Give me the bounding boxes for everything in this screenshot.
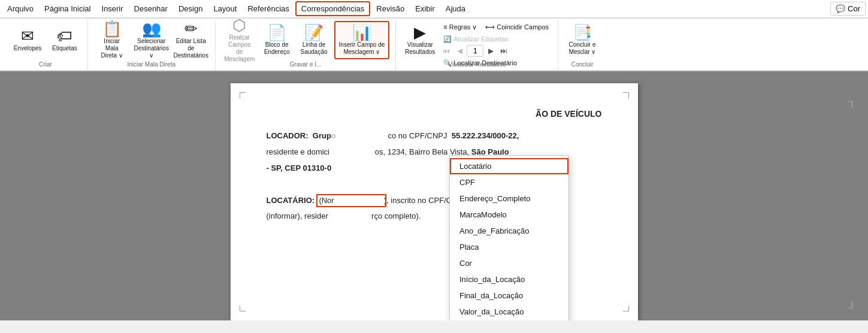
- linha-saudacao-button[interactable]: 📝 Linha deSaudação: [297, 21, 332, 59]
- visualizar-mid-row: 🔄 Atualizar Etiquetas: [440, 33, 552, 45]
- menu-arquivo[interactable]: Arquivo: [2, 2, 38, 15]
- ribbon-group-gravar: ⬡ Realçar Camposde Mesclagem 📄 Bloco deE…: [216, 21, 397, 70]
- etiquetas-icon: 🏷: [57, 28, 72, 44]
- ribbon-group-iniciar-content: 📋 Iniciar MalaDireta ∨ 👥 SelecionarDesti…: [94, 21, 209, 59]
- bloco-endereco-button[interactable]: 📄 Bloco deEndereço: [260, 21, 294, 59]
- bloco-icon: 📄: [267, 25, 286, 40]
- ribbon-group-visualizar: ▶ VisualizarResultados ≡ Regras ∨ ⟷ Coin…: [396, 21, 558, 70]
- visualizar-icon: ▶: [414, 25, 426, 40]
- menu-pagina-inicial[interactable]: Página Inicial: [40, 2, 95, 15]
- menu-revisao[interactable]: Revisão: [371, 2, 409, 15]
- dropdown-item-cpf[interactable]: CPF: [450, 174, 568, 190]
- visualizar-right-stack: ≡ Regras ∨ ⟷ Coincidir Campos 🔄 Atualiza…: [440, 21, 552, 59]
- dropdown-item-marcamodelo[interactable]: MarcaModelo: [450, 207, 568, 223]
- nav-next-button[interactable]: ▶: [485, 45, 497, 57]
- visualizar-resultados-button[interactable]: ▶ VisualizarResultados: [402, 21, 438, 59]
- doc-title-line: ÃO DE VEÍCULO: [267, 107, 602, 120]
- iniciar-group-label: Iniciar Mala Direta: [94, 61, 209, 68]
- coincidir-campos-button[interactable]: ⟷ Coincidir Campos: [482, 21, 552, 33]
- regras-button[interactable]: ≡ Regras ∨: [440, 21, 480, 33]
- dropdown-item-cor[interactable]: Cor: [450, 255, 568, 271]
- menu-ajuda[interactable]: Ajuda: [441, 2, 470, 15]
- corner-tr: [623, 92, 629, 98]
- page-nav-row: ⏮ ◀ ▶ ⏭: [440, 45, 552, 57]
- visualizar-label: VisualizarResultados: [405, 41, 435, 56]
- menu-layout[interactable]: Layout: [208, 2, 241, 15]
- atualizar-label: Atualizar Etiquetas: [453, 35, 509, 43]
- envelope-icon: ✉: [21, 28, 34, 44]
- nav-first-button[interactable]: ⏮: [440, 45, 452, 57]
- etiquetas-button[interactable]: 🏷 Etiquetas: [48, 21, 81, 59]
- right-margin-mark-bottom: ┘: [848, 302, 856, 314]
- menu-desenhar[interactable]: Desenhar: [129, 2, 173, 15]
- doc-line-1: LOCADOR: Grupo co no CPF/CNPJ 55.222.234…: [267, 130, 602, 143]
- menu-exibir[interactable]: Exibir: [410, 2, 440, 15]
- dropdown-item-inicio[interactable]: Início_da_Locação: [450, 271, 568, 287]
- concluir-label: Concluir eMesclar ∨: [569, 41, 596, 56]
- dropdown-item-final[interactable]: Final_da_Locação: [450, 287, 568, 304]
- dropdown-item-ano[interactable]: Ano_de_Fabricação: [450, 223, 568, 239]
- regras-icon: ≡: [443, 23, 447, 31]
- editar-label: Editar Lista deDestinatários: [174, 38, 208, 59]
- selecionar-icon: 👥: [142, 21, 161, 37]
- linha-icon: 📝: [304, 25, 323, 40]
- menu-bar: Arquivo Página Inicial Inserir Desenhar …: [0, 0, 868, 18]
- ribbon-group-concluir: 📑 Concluir eMesclar ∨ Concluir: [558, 21, 606, 70]
- editar-icon: ✏: [185, 21, 198, 37]
- corner-br: [623, 305, 629, 311]
- cor-button[interactable]: 💬 Cor: [830, 2, 866, 16]
- selecionar-label: SelecionarDestinatários ∨: [134, 38, 169, 59]
- ribbon-group-criar: ✉ Envelopes 🏷 Etiquetas Criar: [4, 21, 88, 70]
- realcar-campos-button[interactable]: ⬡ Realçar Camposde Mesclagem: [222, 21, 258, 59]
- ribbon-group-concluir-content: 📑 Concluir eMesclar ∨: [564, 21, 600, 59]
- dropdown-item-valor[interactable]: Valor_da_Locação: [450, 304, 568, 320]
- ribbon-group-iniciar: 📋 Iniciar MalaDireta ∨ 👥 SelecionarDesti…: [88, 21, 216, 70]
- concluir-icon: 📑: [573, 25, 592, 40]
- concluir-group-label: Concluir: [564, 61, 600, 68]
- inserir-label: Inserir Campo deMesclagem ∨: [339, 41, 385, 56]
- concluir-mesclar-button[interactable]: 📑 Concluir eMesclar ∨: [564, 21, 600, 59]
- inserir-campo-button[interactable]: 📊 Inserir Campo deMesclagem ∨: [334, 21, 390, 59]
- realcar-icon: ⬡: [232, 17, 246, 33]
- nav-last-button[interactable]: ⏭: [498, 45, 510, 57]
- menu-correspondencias[interactable]: Correspondências: [295, 1, 371, 16]
- menu-inserir[interactable]: Inserir: [96, 2, 128, 15]
- corner-tl: [240, 92, 246, 98]
- etiquetas-label: Etiquetas: [52, 45, 77, 52]
- atualizar-icon: 🔄: [443, 35, 452, 43]
- cor-label: Cor: [848, 4, 860, 13]
- ribbon: ✉ Envelopes 🏷 Etiquetas Criar 📋 Iniciar …: [0, 19, 868, 71]
- coincidir-icon: ⟷: [485, 23, 495, 31]
- dropdown-item-forma[interactable]: Forma_de_Pagamento: [450, 320, 568, 320]
- dropdown-item-endereco[interactable]: Endereço_Completo: [450, 190, 568, 207]
- iniciar-mala-icon: 📋: [102, 21, 122, 37]
- regras-label: Regras ∨: [449, 23, 477, 31]
- ribbon-group-criar-content: ✉ Envelopes 🏷 Etiquetas: [10, 21, 81, 59]
- menu-design[interactable]: Design: [174, 2, 207, 15]
- realcar-label: Realçar Camposde Mesclagem: [224, 34, 255, 63]
- selecionar-destinatarios-button[interactable]: 👥 SelecionarDestinatários ∨: [132, 21, 171, 59]
- visualizar-group-label: Visualizar Resultados: [402, 61, 552, 68]
- menu-referencias[interactable]: Referências: [243, 2, 294, 15]
- document-page[interactable]: ÃO DE VEÍCULO LOCADOR: Grupo co no CPF/C…: [231, 83, 638, 320]
- bloco-label: Bloco deEndereço: [264, 41, 290, 56]
- corner-bl: [240, 305, 246, 311]
- right-margin-mark-top: ┐: [848, 95, 856, 108]
- envelopes-label: Envelopes: [14, 45, 42, 52]
- atualizar-etiquetas-button: 🔄 Atualizar Etiquetas: [440, 33, 512, 45]
- dropdown-item-locatario[interactable]: Locatário: [450, 158, 568, 174]
- visualizar-top-row: ≡ Regras ∨ ⟷ Coincidir Campos: [440, 21, 552, 33]
- document-area: ÃO DE VEÍCULO LOCADOR: Grupo co no CPF/C…: [0, 71, 868, 320]
- editar-lista-button[interactable]: ✏ Editar Lista deDestinatários: [173, 21, 209, 59]
- nav-prev-button[interactable]: ◀: [453, 45, 465, 57]
- page-number-input[interactable]: [467, 45, 483, 57]
- envelopes-button[interactable]: ✉ Envelopes: [10, 21, 46, 59]
- iniciar-mala-direta-button[interactable]: 📋 Iniciar MalaDireta ∨: [94, 21, 130, 59]
- dropdown-item-placa[interactable]: Placa: [450, 239, 568, 255]
- comment-icon: 💬: [836, 4, 845, 13]
- ribbon-group-visualizar-content: ▶ VisualizarResultados ≡ Regras ∨ ⟷ Coin…: [402, 21, 552, 59]
- ribbon-group-gravar-content: ⬡ Realçar Camposde Mesclagem 📄 Bloco deE…: [222, 21, 390, 59]
- dropdown-menu: Locatário CPF Endereço_Completo MarcaMod…: [449, 155, 569, 320]
- locatario-field: (Nor: [319, 195, 383, 207]
- criar-group-label: Criar: [10, 61, 81, 68]
